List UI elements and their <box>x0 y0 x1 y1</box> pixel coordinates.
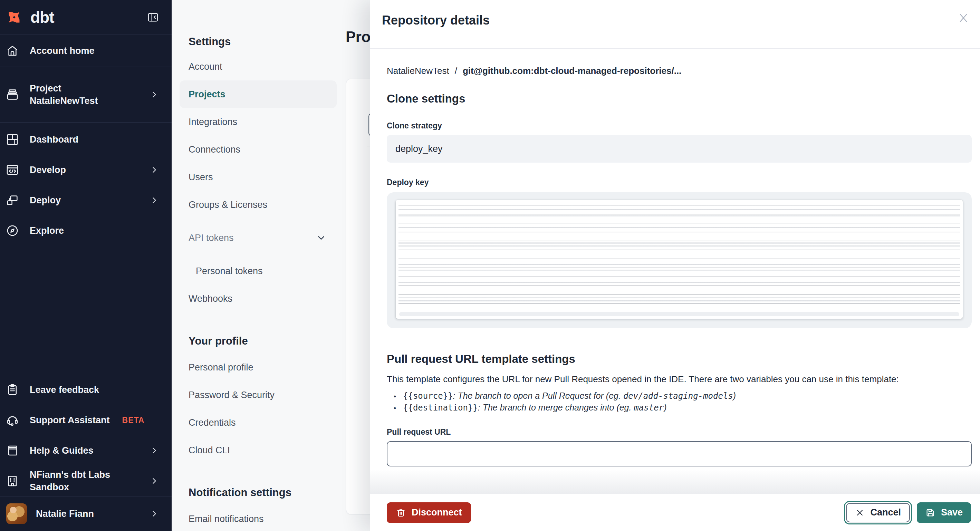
settings-nav-notifications-heading: Notification settings <box>180 486 337 499</box>
disconnect-label: Disconnect <box>412 507 462 518</box>
settings-nav-item-projects[interactable]: Projects <box>180 80 337 108</box>
save-icon <box>925 507 935 518</box>
clone-strategy-input <box>387 135 972 163</box>
settings-nav-item-cloud-cli[interactable]: Cloud CLI <box>180 436 337 464</box>
cancel-label: Cancel <box>870 507 901 518</box>
deploy-key-content[interactable] <box>396 200 963 319</box>
settings-nav-item-webhooks[interactable]: Webhooks <box>180 285 337 312</box>
building-icon <box>6 474 19 488</box>
repository-details-modal: Repository details NatalieNewTest / git@… <box>370 0 980 531</box>
sidebar-logo-row: dbt <box>0 0 172 35</box>
sidebar-item-sandbox-account[interactable]: NFiann's dbt Labs Sandbox <box>0 466 172 496</box>
sidebar-item-help-guides[interactable]: Help & Guides <box>0 436 172 466</box>
modal-title: Repository details <box>382 13 490 28</box>
sidebar-item-dashboard[interactable]: Dashboard <box>0 124 172 155</box>
sidebar-item-leave-feedback[interactable]: Leave feedback <box>0 375 172 405</box>
sidebar-bottom-group: Leave feedback Support Assistant BETA He… <box>0 375 172 531</box>
save-label: Save <box>941 507 963 518</box>
settings-nav-item-connections[interactable]: Connections <box>180 136 337 163</box>
clone-strategy-label: Clone strategy <box>387 121 972 130</box>
chevron-right-icon <box>150 90 159 99</box>
sidebar: dbt Account home ProjectNatalieNewTest <box>0 0 172 531</box>
book-icon <box>6 444 19 458</box>
pr-template-description: This template configures the URL for new… <box>387 374 972 385</box>
settings-nav-list: Account Projects Integrations Connection… <box>180 53 337 312</box>
dbt-logo-icon <box>6 9 23 26</box>
pr-template-variables: • {{source}}: The branch to open a Pull … <box>387 390 972 413</box>
bullet: • <box>394 402 396 413</box>
settings-nav-item-account[interactable]: Account <box>180 53 337 80</box>
settings-nav-item-password-security[interactable]: Password & Security <box>180 381 337 409</box>
user-name: Natalie Fiann <box>36 509 140 519</box>
sidebar-item-label: ProjectNatalieNewTest <box>30 82 139 107</box>
clipboard-icon <box>6 383 19 397</box>
sidebar-item-label: Leave feedback <box>30 383 159 396</box>
settings-nav-item-credentials[interactable]: Credentials <box>180 409 337 436</box>
chevron-down-icon <box>316 233 326 243</box>
deploy-key-redacted-text <box>398 205 960 310</box>
chevron-right-icon <box>150 509 159 518</box>
footer-actions: Cancel Save <box>844 501 971 525</box>
home-icon <box>6 44 19 58</box>
deploy-key-box <box>387 192 972 328</box>
beta-badge: BETA <box>122 416 145 425</box>
settings-nav-item-email-notifications[interactable]: Email notifications <box>180 505 337 531</box>
settings-nav-item-personal-tokens[interactable]: Personal tokens <box>180 257 337 285</box>
sidebar-middle-group: Dashboard Develop Deploy Expl <box>0 122 172 246</box>
settings-nav-item-api-tokens[interactable]: API tokens <box>180 224 337 252</box>
sidebar-item-label: Explore <box>30 224 159 237</box>
sidebar-item-explore[interactable]: Explore <box>0 215 172 246</box>
x-icon <box>855 508 865 518</box>
avatar <box>6 503 27 524</box>
modal-body: NatalieNewTest / git@github.com:dbt-clou… <box>370 49 980 494</box>
sidebar-item-label: Account home <box>30 45 159 57</box>
app-screen: dbt Account home ProjectNatalieNewTest <box>0 0 980 531</box>
sidebar-item-project[interactable]: ProjectNatalieNewTest <box>0 67 172 122</box>
settings-nav-notifications-list: Email notifications <box>180 505 337 531</box>
settings-nav-item-integrations[interactable]: Integrations <box>180 108 337 136</box>
horizontal-scrollbar[interactable] <box>399 312 959 316</box>
trash-icon <box>396 507 406 518</box>
chevron-right-icon <box>150 196 159 205</box>
pull-request-url-label: Pull request URL <box>387 428 972 437</box>
chevron-right-icon <box>150 446 159 455</box>
breadcrumb-separator: / <box>455 65 457 76</box>
collapse-sidebar-icon[interactable] <box>147 11 159 24</box>
close-icon[interactable] <box>956 10 971 25</box>
disconnect-button[interactable]: Disconnect <box>387 502 471 523</box>
sidebar-item-account-home[interactable]: Account home <box>0 35 172 67</box>
breadcrumb-project: NatalieNewTest <box>387 65 449 76</box>
deploy-icon <box>6 193 19 207</box>
deploy-key-label: Deploy key <box>387 178 972 187</box>
modal-header: Repository details <box>370 0 980 49</box>
settings-nav-profile-list: Personal profile Password & Security Cre… <box>180 353 337 464</box>
clone-settings-heading: Clone settings <box>387 92 972 105</box>
sidebar-item-label: Deploy <box>30 194 139 207</box>
settings-nav-heading: Settings <box>180 35 337 48</box>
sidebar-item-label: Support Assistant <box>30 414 110 426</box>
settings-nav-item-users[interactable]: Users <box>180 163 337 191</box>
pr-template-heading: Pull request URL template settings <box>387 353 972 366</box>
settings-nav-item-groups-licenses[interactable]: Groups & Licenses <box>180 191 337 219</box>
sidebar-item-label: Dashboard <box>30 133 159 146</box>
sidebar-item-label: NFiann's dbt Labs Sandbox <box>30 469 139 493</box>
save-button[interactable]: Save <box>917 502 971 523</box>
sidebar-item-support-assistant[interactable]: Support Assistant BETA <box>0 405 172 436</box>
settings-nav-item-personal-profile[interactable]: Personal profile <box>180 353 337 381</box>
sidebar-item-develop[interactable]: Develop <box>0 155 172 185</box>
sidebar-user-menu[interactable]: Natalie Fiann <box>0 496 172 531</box>
breadcrumb: NatalieNewTest / git@github.com:dbt-clou… <box>387 65 972 76</box>
compass-icon <box>6 224 19 237</box>
chevron-right-icon <box>150 165 159 175</box>
headset-icon <box>6 413 19 427</box>
settings-nav-profile-heading: Your profile <box>180 335 337 347</box>
breadcrumb-repo-url: git@github.com:dbt-cloud-managed-reposit… <box>463 65 681 76</box>
chevron-right-icon <box>150 476 159 486</box>
sidebar-item-label: Develop <box>30 164 139 176</box>
settings-nav-item-label: API tokens <box>189 233 234 243</box>
cancel-focus-ring: Cancel <box>844 501 912 525</box>
cancel-button[interactable]: Cancel <box>846 503 910 522</box>
pull-request-url-input[interactable] <box>387 441 972 466</box>
dbt-wordmark: dbt <box>30 8 137 27</box>
sidebar-item-deploy[interactable]: Deploy <box>0 185 172 215</box>
